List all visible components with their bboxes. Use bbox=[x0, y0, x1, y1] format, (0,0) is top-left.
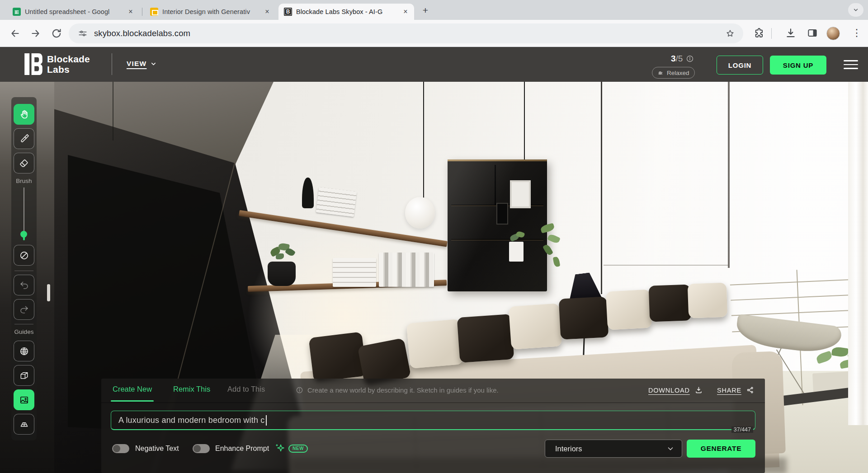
cube-icon bbox=[19, 370, 29, 381]
tab-google-sheets[interactable]: Untitled spreadsheet - Googl × bbox=[7, 4, 139, 20]
scene-pillow bbox=[559, 296, 609, 339]
url-text[interactable]: skybox.blockadelabs.com bbox=[94, 28, 190, 38]
view-menu[interactable]: VIEW bbox=[127, 60, 157, 68]
text-caret bbox=[266, 415, 267, 426]
prompt-hint: Create a new world by describing it. Ske… bbox=[296, 386, 499, 394]
new-tab-button[interactable]: + bbox=[420, 5, 431, 16]
header-divider bbox=[112, 53, 112, 75]
reload-button[interactable] bbox=[51, 28, 62, 39]
forward-button[interactable] bbox=[30, 28, 42, 39]
prompt-input[interactable]: A luxurious and modern bedroom with c bbox=[111, 411, 755, 430]
bookmark-star-icon[interactable] bbox=[725, 28, 735, 38]
downloads-icon[interactable] bbox=[785, 27, 797, 39]
drawing-tools-panel: Brush Guides bbox=[11, 97, 37, 440]
back-button[interactable] bbox=[9, 28, 21, 39]
tab-blockade-labs[interactable]: B Blockade Labs Skybox - AI-G × bbox=[278, 4, 414, 20]
image-icon bbox=[19, 395, 29, 405]
tab-title: Blockade Labs Skybox - AI-G bbox=[296, 8, 398, 15]
floor-grid-guide-button[interactable] bbox=[14, 414, 34, 435]
redo-icon bbox=[19, 304, 29, 315]
scene-plant-pot bbox=[268, 262, 296, 286]
generate-button[interactable]: GENERATE bbox=[687, 440, 755, 458]
sphere-guide-button[interactable] bbox=[14, 341, 34, 361]
scene-door-handle bbox=[47, 284, 50, 301]
new-feature-badge: NEW bbox=[288, 445, 308, 453]
menu-hamburger-icon[interactable] bbox=[844, 60, 858, 69]
undo-button[interactable] bbox=[14, 275, 34, 295]
clear-tool-button[interactable] bbox=[14, 245, 34, 266]
pan-tool-button[interactable] bbox=[14, 104, 34, 125]
side-panel-icon[interactable] bbox=[807, 27, 818, 39]
tab-add-to-this[interactable]: Add to This bbox=[227, 385, 265, 393]
login-button[interactable]: LOGIN bbox=[717, 56, 763, 75]
page-content: Blockade Labs VIEW 3/5 Relaxed LOGIN SIG… bbox=[0, 47, 868, 473]
prompt-tabs: Create New Remix This Add to This Create… bbox=[101, 379, 765, 403]
brush-tool-button[interactable] bbox=[14, 128, 34, 149]
scene-pillow bbox=[509, 303, 562, 350]
scene-vase bbox=[302, 178, 314, 208]
site-settings-icon[interactable] bbox=[78, 28, 88, 38]
relaxed-snail-icon bbox=[657, 70, 664, 76]
eraser-icon bbox=[19, 158, 29, 169]
floor-grid-icon bbox=[19, 419, 29, 430]
globe-icon bbox=[19, 346, 29, 356]
site-header: Blockade Labs VIEW 3/5 Relaxed LOGIN SIG… bbox=[0, 47, 868, 82]
scene-curtain bbox=[848, 82, 868, 425]
tab-close-icon[interactable]: × bbox=[263, 8, 271, 16]
tab-google-slides[interactable]: Interior Design with Generativ × bbox=[145, 4, 276, 20]
browser-toolbar: skybox.blockadelabs.com ⋮ bbox=[0, 20, 868, 47]
chevron-down-icon bbox=[666, 445, 675, 453]
brush-size-slider[interactable] bbox=[24, 187, 24, 233]
negative-text-toggle[interactable] bbox=[112, 444, 129, 453]
scene-pendant-cord bbox=[524, 82, 525, 160]
url-bar[interactable]: skybox.blockadelabs.com bbox=[69, 23, 743, 43]
extensions-icon[interactable] bbox=[753, 27, 765, 39]
scene-pillow bbox=[308, 332, 367, 382]
blockade-labs-logo[interactable] bbox=[24, 53, 43, 75]
toolbar-divider bbox=[771, 28, 772, 39]
info-icon bbox=[296, 386, 303, 394]
blockade-favicon: B bbox=[284, 8, 292, 16]
guides-section-label: Guides bbox=[11, 328, 37, 335]
chrome-menu-icon[interactable]: ⋮ bbox=[851, 27, 863, 39]
scene-books bbox=[379, 253, 434, 287]
character-counter: 37/447 bbox=[731, 426, 753, 433]
scene-pendant-cord bbox=[113, 82, 113, 140]
tab-search-chevron-icon[interactable] bbox=[848, 3, 863, 17]
info-icon[interactable] bbox=[686, 55, 694, 63]
speed-mode-badge[interactable]: Relaxed bbox=[652, 67, 695, 79]
scene-window-frame bbox=[728, 82, 730, 268]
tab-create-new[interactable]: Create New bbox=[113, 385, 152, 393]
style-select[interactable]: Interiors bbox=[545, 440, 682, 458]
prompt-text: A luxurious and modern bedroom with c bbox=[118, 416, 265, 425]
profile-avatar[interactable] bbox=[826, 27, 840, 40]
tab-close-icon[interactable]: × bbox=[127, 8, 135, 16]
download-icon bbox=[694, 386, 703, 394]
scene-pendant-cord bbox=[423, 82, 424, 198]
redo-button[interactable] bbox=[14, 299, 34, 320]
tab-close-icon[interactable]: × bbox=[401, 8, 410, 16]
enhance-prompt-toggle[interactable] bbox=[193, 444, 210, 453]
sparkle-icon bbox=[275, 443, 286, 454]
eraser-tool-button[interactable] bbox=[14, 153, 34, 173]
sheets-favicon bbox=[13, 8, 21, 16]
image-guide-button[interactable] bbox=[14, 389, 34, 410]
signup-button[interactable]: SIGN UP bbox=[770, 56, 826, 75]
cube-guide-button[interactable] bbox=[14, 365, 34, 386]
download-link[interactable]: DOWNLOAD bbox=[648, 386, 703, 394]
brush-section-label: Brush bbox=[11, 178, 37, 184]
enhance-prompt-label: Enhance Prompt bbox=[215, 445, 269, 453]
circle-slash-icon bbox=[19, 250, 29, 261]
scene-pillow bbox=[688, 283, 728, 318]
negative-text-label: Negative Text bbox=[135, 445, 179, 453]
brush-size-slider-thumb[interactable] bbox=[20, 231, 27, 238]
share-link[interactable]: SHARE bbox=[717, 386, 755, 394]
scene-globe-lamp bbox=[405, 197, 435, 229]
chevron-down-icon bbox=[150, 61, 157, 67]
tab-title: Untitled spreadsheet - Googl bbox=[25, 8, 123, 15]
undo-icon bbox=[19, 280, 29, 290]
tab-remix-this[interactable]: Remix This bbox=[173, 385, 210, 393]
scene-pillow bbox=[649, 284, 692, 322]
prompt-panel: Create New Remix This Add to This Create… bbox=[101, 379, 765, 473]
scene-pillow bbox=[606, 289, 652, 330]
